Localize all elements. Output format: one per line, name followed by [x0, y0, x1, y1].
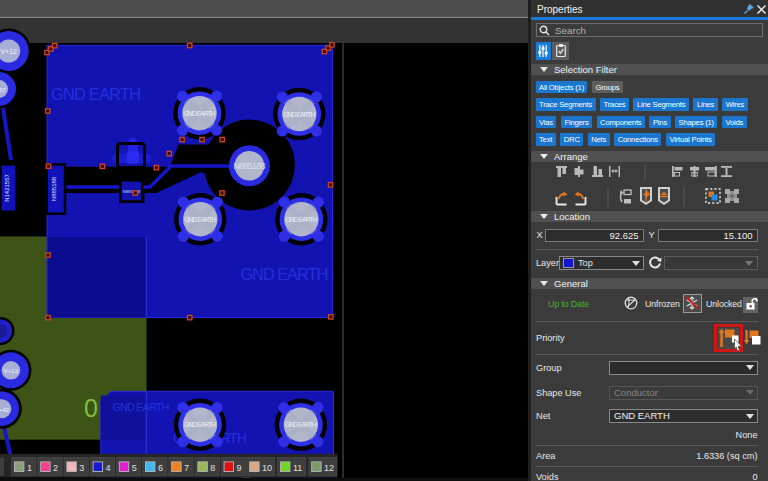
- svg-text:N885188: N885188: [233, 161, 265, 171]
- svg-text:+42: +42: [0, 407, 10, 413]
- svg-text:7: 7: [184, 463, 189, 473]
- svg-text:57: 57: [0, 87, 6, 93]
- svg-text:6: 6: [158, 463, 163, 473]
- svg-text:9: 9: [237, 463, 242, 473]
- svg-text:11: 11: [293, 463, 302, 473]
- svg-text:5: 5: [132, 463, 137, 473]
- svg-text:1: 1: [27, 463, 32, 473]
- svg-text:GND EARTH: GND EARTH: [51, 85, 141, 103]
- svg-text:12: 12: [324, 463, 334, 473]
- svg-text:GND EARTH: GND EARTH: [113, 401, 170, 413]
- svg-text:N885188: N885188: [51, 176, 57, 201]
- svg-text:GND EARTH: GND EARTH: [240, 265, 328, 283]
- svg-text:V+12: V+12: [4, 368, 19, 374]
- svg-text:N1421557: N1421557: [4, 173, 10, 201]
- svg-text:10: 10: [262, 463, 272, 473]
- svg-text:4: 4: [106, 463, 111, 473]
- svg-text:2: 2: [53, 463, 58, 473]
- svg-text:0: 0: [84, 394, 98, 422]
- svg-text:8: 8: [210, 463, 215, 473]
- svg-text:3: 3: [79, 463, 84, 473]
- svg-text:V+12: V+12: [0, 48, 17, 55]
